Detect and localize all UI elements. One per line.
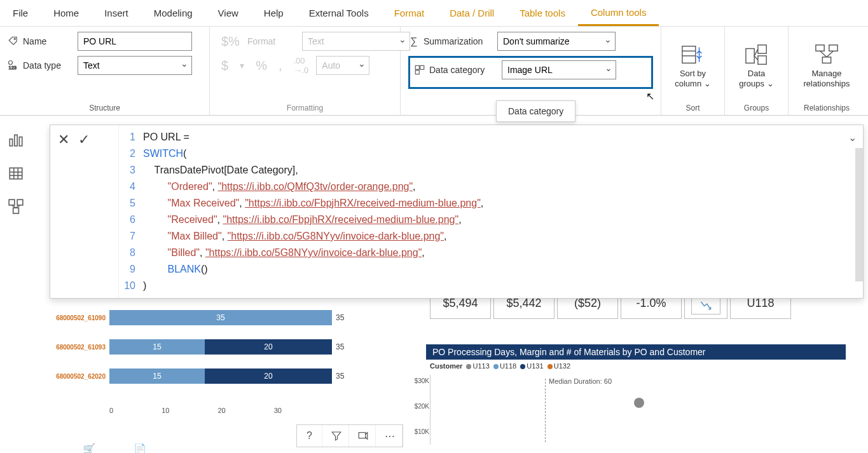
doc-icon: 📄 — [134, 443, 146, 453]
formula-bar[interactable]: ✕ ✓ 12345678910 PO URL = SWITCH( TransDa… — [50, 125, 864, 299]
format-icon: $% — [217, 34, 244, 49]
ribbon-group-formatting: $% Format Text $ ▾ % , .00→.0 Formatting — [210, 27, 401, 115]
tab-data-drill[interactable]: Data / Drill — [437, 1, 507, 25]
table-row: 68000502_61093 152035 — [51, 338, 420, 356]
svg-rect-11 — [757, 56, 766, 64]
bar-segment: 35 — [109, 310, 332, 325]
ribbon-group-relationships: Managerelationships Relationships — [789, 27, 865, 115]
structure-group-label: Structure — [8, 100, 202, 112]
tab-file[interactable]: File — [0, 1, 41, 25]
ribbon-group-structure: Name 123 Data type Text Structure — [0, 27, 210, 115]
decimals-input[interactable] — [316, 56, 369, 75]
bar-segment: 15 — [109, 339, 205, 355]
svg-rect-20 — [15, 135, 17, 145]
groups-group-label: Groups — [733, 100, 780, 112]
footer-icons: 🛒 📄 — [83, 443, 146, 453]
view-rail — [0, 125, 32, 215]
tab-external[interactable]: External Tools — [296, 1, 382, 25]
percent-icon[interactable]: % — [252, 58, 271, 73]
svg-rect-21 — [19, 137, 22, 146]
chart2-legend: Customer U113 U118 U131 U132 — [430, 362, 570, 370]
row-label: 68000502_61093 — [51, 344, 109, 351]
data-groups-button[interactable]: Datagroups ⌄ — [733, 39, 780, 92]
format-label: Format — [247, 36, 298, 46]
model-view-icon[interactable] — [8, 198, 24, 215]
tab-modeling[interactable]: Modeling — [141, 1, 205, 25]
tab-insert[interactable]: Insert — [92, 1, 141, 25]
svg-rect-14 — [816, 45, 824, 51]
help-icon[interactable]: ? — [297, 425, 322, 447]
svg-rect-19 — [10, 139, 12, 146]
svg-rect-15 — [829, 45, 837, 51]
tab-column-tools[interactable]: Column tools — [578, 1, 659, 26]
chevron-down-icon[interactable]: ⌄ — [848, 132, 857, 144]
y-tick: $10K — [415, 428, 429, 435]
svg-rect-5 — [415, 71, 419, 74]
bar-total: 35 — [336, 342, 344, 351]
formula-editor[interactable]: PO URL = SWITCH( TransDatePivot[Date Cat… — [138, 125, 863, 298]
median-label: Median Duration: 60 — [549, 377, 612, 385]
cursor-icon: ↖ — [646, 90, 654, 102]
svg-rect-4 — [420, 65, 424, 69]
ribbon-group-groups: Datagroups ⌄ Groups — [725, 27, 789, 115]
scatter-chart[interactable]: $30K $20K $10K Median Duration: 60 — [430, 375, 843, 445]
commit-formula-button[interactable]: ✓ — [78, 132, 90, 148]
bar-total: 35 — [336, 313, 344, 322]
svg-rect-29 — [13, 208, 19, 213]
name-input[interactable] — [78, 32, 192, 51]
sort-group-label: Sort — [669, 100, 717, 112]
ribbon: Name 123 Data type Text Structure $% For… — [0, 27, 868, 116]
scrollbar[interactable] — [855, 148, 863, 281]
summarization-select[interactable]: Don't summarize — [497, 32, 616, 51]
groups-label: Datagroups ⌄ — [739, 69, 773, 88]
sort-label: Sort bycolumn ⌄ — [675, 69, 711, 88]
datatype-select[interactable]: Text — [78, 56, 192, 75]
focus-icon[interactable] — [350, 425, 376, 447]
svg-rect-28 — [17, 199, 23, 205]
report-view-icon[interactable] — [8, 132, 24, 149]
svg-rect-16 — [822, 57, 830, 64]
groups-icon — [745, 43, 769, 66]
sort-by-column-button[interactable]: Sort bycolumn ⌄ — [668, 39, 717, 92]
svg-text:123: 123 — [9, 65, 17, 71]
currency-icon[interactable]: $ — [217, 58, 232, 73]
chart2-title: PO Processing Days, Margin and # of Mate… — [426, 344, 846, 360]
svg-line-13 — [754, 56, 758, 60]
median-line — [545, 379, 546, 442]
cancel-formula-button[interactable]: ✕ — [58, 132, 69, 148]
data-category-highlight: Data category Image URL — [408, 56, 653, 89]
category-select[interactable]: Image URL — [502, 60, 616, 79]
svg-rect-22 — [10, 168, 22, 179]
name-label: Name — [23, 36, 74, 46]
relationships-group-label: Relationships — [796, 100, 857, 112]
decimal-icon[interactable]: .00→.0 — [289, 56, 312, 75]
scatter-point — [634, 398, 644, 408]
formatting-group-label: Formatting — [217, 100, 392, 112]
summarization-label: Summarization — [424, 36, 493, 46]
thousands-icon[interactable]: , — [275, 58, 286, 73]
svg-rect-6 — [682, 46, 695, 64]
data-category-tooltip: Data category — [496, 100, 575, 122]
filter-icon[interactable] — [324, 425, 349, 447]
line-gutter: 12345678910 — [119, 125, 138, 298]
tab-home[interactable]: Home — [41, 1, 92, 25]
y-tick: $30K — [415, 377, 429, 384]
more-icon[interactable]: ⋯ — [377, 425, 403, 447]
y-tick: $20K — [415, 403, 429, 410]
format-select[interactable]: Text — [302, 32, 410, 51]
svg-point-0 — [14, 38, 15, 39]
tab-table-tools[interactable]: Table tools — [507, 1, 578, 25]
tab-help[interactable]: Help — [251, 1, 296, 25]
data-view-icon[interactable] — [8, 165, 24, 182]
row-label: 68000502_62020 — [51, 373, 109, 380]
tab-view[interactable]: View — [205, 1, 251, 25]
svg-rect-9 — [745, 48, 754, 63]
relationships-label: Managerelationships — [804, 69, 850, 88]
manage-relationships-button[interactable]: Managerelationships — [797, 39, 857, 92]
sort-icon — [681, 43, 705, 66]
table-row: 68000502_62020 152035 — [51, 367, 420, 385]
visual-toolbar: ? ⋯ — [296, 424, 403, 447]
datatype-icon: 123 — [8, 60, 19, 71]
tag-icon — [8, 36, 19, 47]
tab-format[interactable]: Format — [382, 1, 437, 25]
